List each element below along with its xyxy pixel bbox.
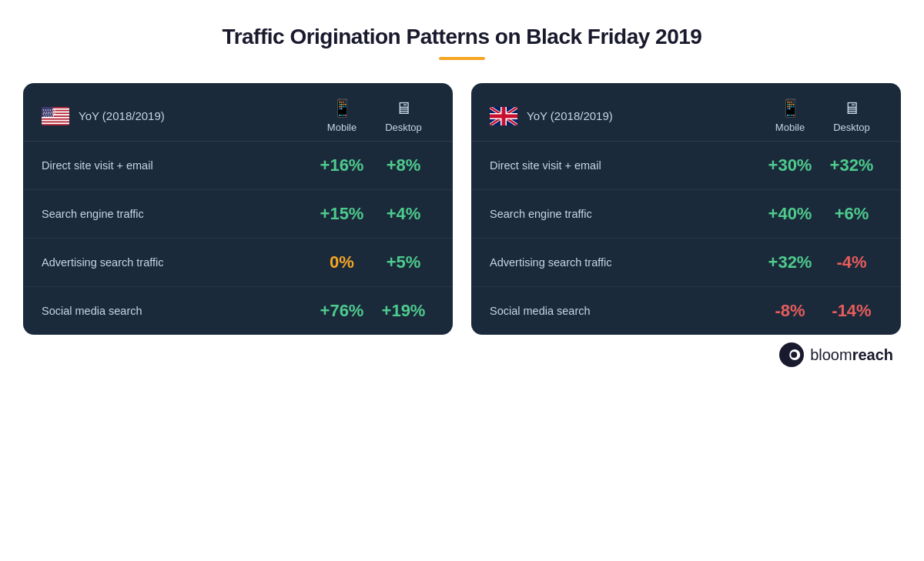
us-row-2: Advertising search traffic 0% +5% [23, 239, 453, 287]
us-row-3-label: Social media search [42, 291, 311, 331]
us-row-2-mobile: 0% [311, 239, 373, 286]
uk-table-header: YoY (2018/2019) 📱 Mobile 🖥 Desktop [471, 83, 901, 142]
bloomreach-logo-icon [779, 342, 804, 367]
uk-row-2: Advertising search traffic +32% -4% [471, 239, 901, 287]
us-table: ★★★★★★ ★★★★★ ★★★★★★ ★★★★★ YoY (2018/2019… [23, 83, 453, 335]
mobile-icon-uk: 📱 [759, 99, 821, 119]
uk-row-1-desktop: +6% [821, 190, 882, 238]
uk-row-1-mobile: +40% [759, 190, 821, 238]
bloomreach-logo-text: bloomreach [810, 346, 893, 364]
us-row-1: Search engine traffic +15% +4% [23, 190, 453, 239]
svg-rect-5 [42, 119, 69, 121]
uk-row-2-mobile: +32% [759, 239, 821, 286]
us-row-3: Social media search +76% +19% [23, 287, 453, 335]
uk-mobile-header: 📱 Mobile [759, 99, 821, 133]
svg-rect-20 [490, 114, 517, 118]
uk-row-3-desktop: -14% [821, 287, 882, 335]
uk-col-headers: 📱 Mobile 🖥 Desktop [759, 99, 882, 133]
logo-area: bloomreach [0, 335, 924, 367]
uk-yoy-label: YoY (2018/2019) [527, 109, 759, 122]
us-row-0-desktop: +8% [373, 142, 434, 189]
uk-row-1: Search engine traffic +40% +6% [471, 190, 901, 239]
us-row-2-label: Advertising search traffic [42, 242, 311, 282]
us-row-1-label: Search engine traffic [42, 194, 311, 234]
uk-row-3: Social media search -8% -14% [471, 287, 901, 335]
desktop-icon-uk: 🖥 [821, 99, 882, 119]
uk-row-0: Direct site visit + email +30% +32% [471, 142, 901, 190]
uk-row-3-label: Social media search [490, 291, 759, 331]
uk-flag [490, 107, 517, 125]
us-table-header: ★★★★★★ ★★★★★ ★★★★★★ ★★★★★ YoY (2018/2019… [23, 83, 453, 142]
svg-text:★★★★★: ★★★★★ [43, 114, 55, 117]
tables-container: ★★★★★★ ★★★★★ ★★★★★★ ★★★★★ YoY (2018/2019… [0, 83, 924, 335]
uk-row-1-label: Search engine traffic [490, 194, 759, 234]
svg-rect-6 [42, 122, 69, 124]
us-flag: ★★★★★★ ★★★★★ ★★★★★★ ★★★★★ [42, 107, 69, 125]
uk-row-0-mobile: +30% [759, 142, 821, 189]
us-row-0: Direct site visit + email +16% +8% [23, 142, 453, 190]
us-col-headers: 📱 Mobile 🖥 Desktop [311, 99, 434, 133]
desktop-icon: 🖥 [373, 99, 434, 119]
uk-row-0-desktop: +32% [821, 142, 882, 189]
uk-row-3-mobile: -8% [759, 287, 821, 335]
uk-table: YoY (2018/2019) 📱 Mobile 🖥 Desktop Direc… [471, 83, 901, 335]
us-yoy-label: YoY (2018/2019) [79, 109, 311, 122]
page-title: Traffic Origination Patterns on Black Fr… [223, 25, 702, 49]
us-row-0-label: Direct site visit + email [42, 145, 311, 185]
uk-row-0-label: Direct site visit + email [490, 145, 759, 185]
us-row-2-desktop: +5% [373, 239, 434, 286]
us-row-1-mobile: +15% [311, 190, 373, 238]
us-row-1-desktop: +4% [373, 190, 434, 238]
title-underline [439, 57, 485, 60]
us-row-3-desktop: +19% [373, 287, 434, 335]
us-mobile-header: 📱 Mobile [311, 99, 373, 133]
us-row-0-mobile: +16% [311, 142, 373, 189]
uk-row-2-desktop: -4% [821, 239, 882, 286]
us-row-3-mobile: +76% [311, 287, 373, 335]
us-desktop-header: 🖥 Desktop [373, 99, 434, 133]
uk-row-2-label: Advertising search traffic [490, 242, 759, 282]
mobile-icon: 📱 [311, 99, 373, 119]
uk-desktop-header: 🖥 Desktop [821, 99, 882, 133]
